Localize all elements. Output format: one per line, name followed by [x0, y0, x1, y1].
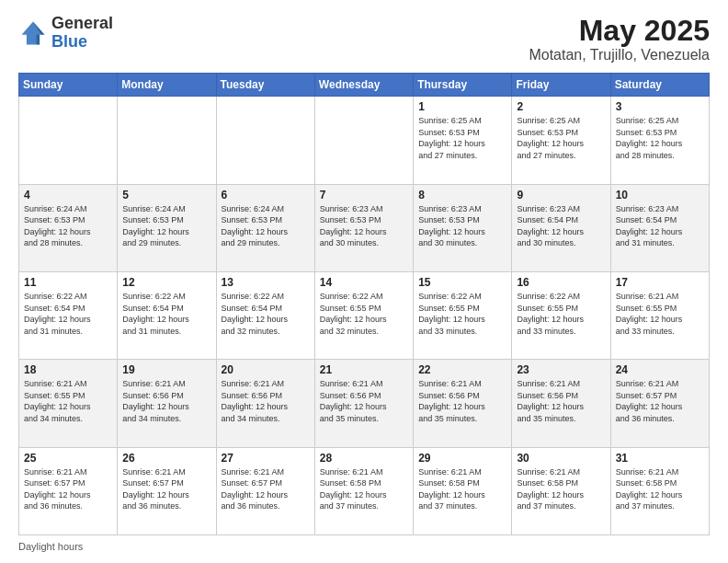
- calendar-cell: 10Sunrise: 6:23 AM Sunset: 6:54 PM Dayli…: [610, 184, 709, 271]
- calendar-cell: 12Sunrise: 6:22 AM Sunset: 6:54 PM Dayli…: [118, 271, 216, 359]
- day-number: 23: [517, 363, 605, 376]
- day-number: 27: [222, 452, 310, 465]
- day-number: 17: [616, 276, 704, 289]
- day-number: 24: [616, 363, 704, 376]
- calendar-cell: 31Sunrise: 6:21 AM Sunset: 6:58 PM Dayli…: [610, 447, 709, 534]
- page: General Blue May 2025 Motatan, Trujillo,…: [0, 0, 728, 563]
- day-info: Sunrise: 6:23 AM Sunset: 6:53 PM Dayligh…: [418, 203, 506, 249]
- day-header-thursday: Thursday: [414, 74, 512, 97]
- day-info: Sunrise: 6:22 AM Sunset: 6:54 PM Dayligh…: [222, 291, 310, 337]
- day-info: Sunrise: 6:22 AM Sunset: 6:55 PM Dayligh…: [418, 291, 506, 337]
- day-info: Sunrise: 6:23 AM Sunset: 6:54 PM Dayligh…: [616, 203, 704, 249]
- day-info: Sunrise: 6:22 AM Sunset: 6:55 PM Dayligh…: [517, 291, 605, 337]
- day-info: Sunrise: 6:21 AM Sunset: 6:57 PM Dayligh…: [222, 466, 310, 512]
- day-number: 12: [122, 276, 210, 289]
- calendar-cell: [314, 97, 413, 184]
- day-info: Sunrise: 6:22 AM Sunset: 6:54 PM Dayligh…: [122, 291, 210, 337]
- day-info: Sunrise: 6:21 AM Sunset: 6:58 PM Dayligh…: [517, 466, 605, 512]
- calendar-week-row: 18Sunrise: 6:21 AM Sunset: 6:55 PM Dayli…: [19, 360, 710, 447]
- day-info: Sunrise: 6:24 AM Sunset: 6:53 PM Dayligh…: [222, 203, 310, 249]
- day-info: Sunrise: 6:24 AM Sunset: 6:53 PM Dayligh…: [24, 203, 112, 249]
- day-number: 11: [24, 276, 112, 289]
- day-number: 13: [222, 276, 310, 289]
- day-info: Sunrise: 6:21 AM Sunset: 6:57 PM Dayligh…: [616, 378, 704, 424]
- calendar-cell: 2Sunrise: 6:25 AM Sunset: 6:53 PM Daylig…: [512, 97, 610, 184]
- calendar-header-row: SundayMondayTuesdayWednesdayThursdayFrid…: [19, 74, 710, 97]
- day-number: 20: [222, 363, 310, 376]
- day-header-tuesday: Tuesday: [216, 74, 314, 97]
- day-header-wednesday: Wednesday: [314, 74, 413, 97]
- day-number: 4: [24, 189, 112, 201]
- calendar-title: May 2025: [529, 15, 710, 47]
- day-number: 10: [616, 189, 704, 201]
- calendar-cell: 20Sunrise: 6:21 AM Sunset: 6:56 PM Dayli…: [216, 360, 314, 447]
- day-number: 6: [222, 189, 310, 201]
- day-info: Sunrise: 6:21 AM Sunset: 6:56 PM Dayligh…: [418, 378, 506, 424]
- day-header-saturday: Saturday: [610, 74, 709, 97]
- day-info: Sunrise: 6:21 AM Sunset: 6:58 PM Dayligh…: [616, 466, 704, 512]
- calendar-cell: 5Sunrise: 6:24 AM Sunset: 6:53 PM Daylig…: [118, 184, 216, 271]
- calendar-cell: 21Sunrise: 6:21 AM Sunset: 6:56 PM Dayli…: [314, 360, 413, 447]
- day-number: 8: [418, 189, 506, 201]
- day-info: Sunrise: 6:22 AM Sunset: 6:54 PM Dayligh…: [24, 291, 112, 337]
- day-number: 26: [122, 452, 210, 465]
- day-header-sunday: Sunday: [19, 74, 118, 97]
- day-number: 7: [320, 189, 408, 201]
- calendar-cell: 24Sunrise: 6:21 AM Sunset: 6:57 PM Dayli…: [610, 360, 709, 447]
- day-info: Sunrise: 6:25 AM Sunset: 6:53 PM Dayligh…: [418, 115, 506, 161]
- calendar-cell: 4Sunrise: 6:24 AM Sunset: 6:53 PM Daylig…: [19, 184, 118, 271]
- calendar-cell: 14Sunrise: 6:22 AM Sunset: 6:55 PM Dayli…: [314, 271, 413, 359]
- daylight-hours-label: Daylight hours: [18, 541, 83, 552]
- day-number: 9: [517, 189, 605, 201]
- day-info: Sunrise: 6:21 AM Sunset: 6:55 PM Dayligh…: [616, 291, 704, 337]
- calendar-week-row: 1Sunrise: 6:25 AM Sunset: 6:53 PM Daylig…: [19, 97, 710, 184]
- calendar-week-row: 4Sunrise: 6:24 AM Sunset: 6:53 PM Daylig…: [19, 184, 710, 271]
- calendar-cell: 23Sunrise: 6:21 AM Sunset: 6:56 PM Dayli…: [512, 360, 610, 447]
- day-info: Sunrise: 6:21 AM Sunset: 6:56 PM Dayligh…: [222, 378, 310, 424]
- calendar-cell: 11Sunrise: 6:22 AM Sunset: 6:54 PM Dayli…: [19, 271, 118, 359]
- day-header-friday: Friday: [512, 74, 610, 97]
- day-number: 28: [320, 452, 408, 465]
- calendar-cell: [118, 97, 216, 184]
- calendar-week-row: 11Sunrise: 6:22 AM Sunset: 6:54 PM Dayli…: [19, 271, 710, 359]
- calendar-subtitle: Motatan, Trujillo, Venezuela: [529, 47, 710, 63]
- calendar-cell: 19Sunrise: 6:21 AM Sunset: 6:56 PM Dayli…: [118, 360, 216, 447]
- day-number: 5: [122, 189, 210, 201]
- logo-general-text: General: [51, 14, 113, 32]
- calendar-cell: 9Sunrise: 6:23 AM Sunset: 6:54 PM Daylig…: [512, 184, 610, 271]
- day-number: 30: [517, 452, 605, 465]
- day-number: 2: [517, 100, 605, 113]
- day-info: Sunrise: 6:21 AM Sunset: 6:57 PM Dayligh…: [24, 466, 112, 512]
- day-number: 22: [418, 363, 506, 376]
- day-number: 19: [122, 363, 210, 376]
- day-number: 21: [320, 363, 408, 376]
- calendar-week-row: 25Sunrise: 6:21 AM Sunset: 6:57 PM Dayli…: [19, 447, 710, 534]
- calendar-cell: 29Sunrise: 6:21 AM Sunset: 6:58 PM Dayli…: [414, 447, 512, 534]
- calendar-cell: 15Sunrise: 6:22 AM Sunset: 6:55 PM Dayli…: [414, 271, 512, 359]
- day-number: 18: [24, 363, 112, 376]
- day-info: Sunrise: 6:21 AM Sunset: 6:56 PM Dayligh…: [122, 378, 210, 424]
- day-info: Sunrise: 6:21 AM Sunset: 6:58 PM Dayligh…: [418, 466, 506, 512]
- logo-blue-text: Blue: [51, 32, 87, 51]
- day-number: 16: [517, 276, 605, 289]
- day-number: 29: [418, 452, 506, 465]
- calendar-cell: 26Sunrise: 6:21 AM Sunset: 6:57 PM Dayli…: [118, 447, 216, 534]
- logo-text: General Blue: [51, 15, 113, 52]
- calendar-cell: 25Sunrise: 6:21 AM Sunset: 6:57 PM Dayli…: [19, 447, 118, 534]
- day-number: 1: [418, 100, 506, 113]
- day-number: 25: [24, 452, 112, 465]
- day-number: 3: [616, 100, 704, 113]
- day-info: Sunrise: 6:23 AM Sunset: 6:54 PM Dayligh…: [517, 203, 605, 249]
- day-info: Sunrise: 6:24 AM Sunset: 6:53 PM Dayligh…: [122, 203, 210, 249]
- day-info: Sunrise: 6:21 AM Sunset: 6:56 PM Dayligh…: [517, 378, 605, 424]
- day-info: Sunrise: 6:23 AM Sunset: 6:53 PM Dayligh…: [320, 203, 408, 249]
- calendar-cell: 1Sunrise: 6:25 AM Sunset: 6:53 PM Daylig…: [414, 97, 512, 184]
- calendar-cell: 28Sunrise: 6:21 AM Sunset: 6:58 PM Dayli…: [314, 447, 413, 534]
- day-info: Sunrise: 6:21 AM Sunset: 6:55 PM Dayligh…: [24, 378, 112, 424]
- calendar-cell: 6Sunrise: 6:24 AM Sunset: 6:53 PM Daylig…: [216, 184, 314, 271]
- day-info: Sunrise: 6:25 AM Sunset: 6:53 PM Dayligh…: [616, 115, 704, 161]
- day-info: Sunrise: 6:25 AM Sunset: 6:53 PM Dayligh…: [517, 115, 605, 161]
- calendar-cell: 17Sunrise: 6:21 AM Sunset: 6:55 PM Dayli…: [610, 271, 709, 359]
- calendar-cell: 16Sunrise: 6:22 AM Sunset: 6:55 PM Dayli…: [512, 271, 610, 359]
- calendar-cell: 27Sunrise: 6:21 AM Sunset: 6:57 PM Dayli…: [216, 447, 314, 534]
